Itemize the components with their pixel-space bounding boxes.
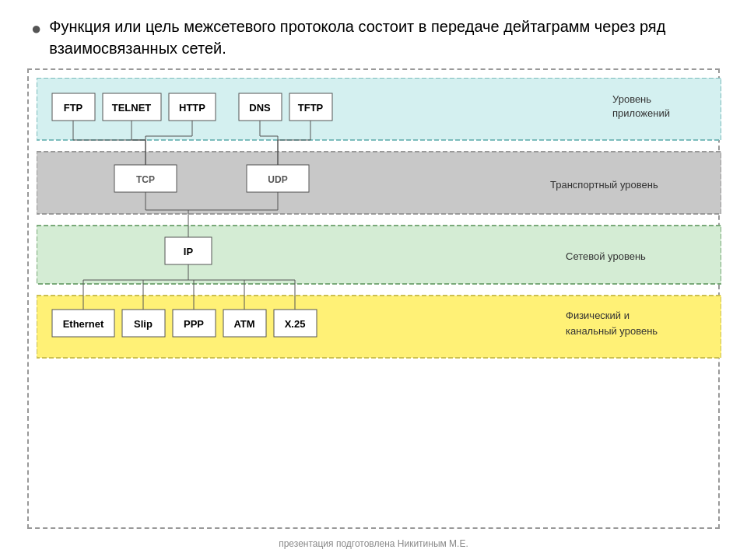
svg-text:IP: IP [184, 246, 194, 257]
svg-text:UDP: UDP [268, 174, 287, 185]
bullet-icon: ● [31, 17, 41, 41]
svg-text:DNS: DNS [249, 102, 271, 114]
svg-text:TELNET: TELNET [112, 102, 152, 114]
svg-text:приложений: приложений [612, 107, 670, 119]
page: ● Функция или цель межсетевого протокола… [0, 0, 747, 560]
header-text: Функция или цель межсетевого протокола с… [49, 16, 716, 59]
svg-text:Ethernet: Ethernet [63, 318, 104, 330]
svg-text:Физический и: Физический и [566, 310, 630, 321]
svg-text:TFTP: TFTP [298, 102, 324, 114]
svg-text:Slip: Slip [134, 318, 153, 330]
header-section: ● Функция или цель межсетевого протокола… [23, 16, 724, 59]
network-diagram: Уровень приложений FTP TELNET HTTP DNS T… [27, 68, 720, 529]
svg-text:TCP: TCP [136, 174, 155, 185]
svg-text:HTTP: HTTP [179, 102, 205, 114]
svg-text:X.25: X.25 [285, 318, 306, 330]
footer: презентация подготовлена Никитиным М.Е. [23, 538, 724, 552]
svg-text:FTP: FTP [64, 102, 83, 114]
svg-text:Уровень: Уровень [612, 93, 651, 105]
diagram-svg: Уровень приложений FTP TELNET HTTP DNS T… [37, 78, 721, 381]
svg-text:Транспортный уровень: Транспортный уровень [550, 179, 658, 191]
svg-text:канальный уровень: канальный уровень [566, 325, 658, 337]
svg-text:ATM: ATM [233, 318, 254, 330]
svg-text:PPP: PPP [184, 318, 204, 330]
footer-text: презентация подготовлена Никитиным М.Е. [279, 538, 468, 549]
svg-text:Сетевой уровень: Сетевой уровень [566, 250, 646, 262]
